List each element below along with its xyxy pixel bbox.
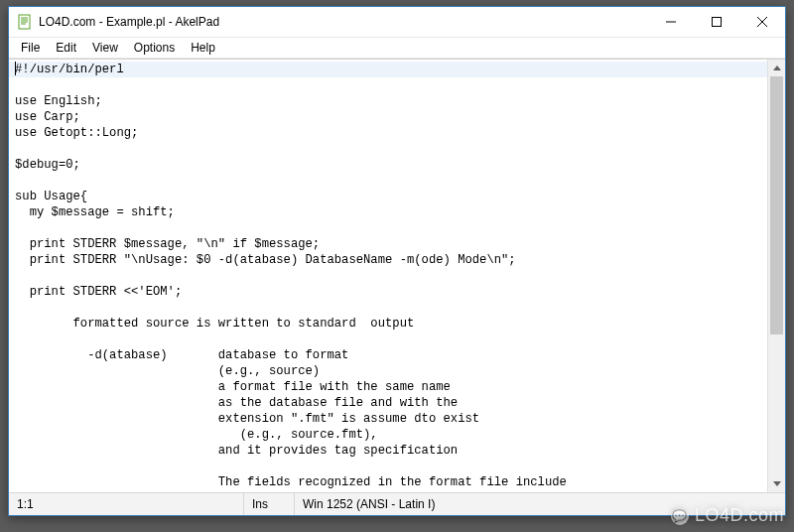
editor-content: #!/usr/bin/perl use English; use Carp; u… (9, 60, 767, 492)
title-bar: LO4D.com - Example.pl - AkelPad (9, 7, 785, 38)
minimize-button[interactable] (648, 7, 694, 37)
scroll-up-button[interactable] (768, 60, 785, 76)
app-window: LO4D.com - Example.pl - AkelPad File Edi… (8, 6, 786, 516)
close-icon (757, 17, 767, 27)
menu-edit[interactable]: Edit (48, 39, 84, 57)
window-title: LO4D.com - Example.pl - AkelPad (39, 15, 648, 29)
editor-area: #!/usr/bin/perl use English; use Carp; u… (9, 59, 785, 492)
scrollbar-track[interactable] (768, 76, 785, 475)
svg-marker-10 (773, 481, 781, 486)
menu-file[interactable]: File (13, 39, 48, 57)
menu-view[interactable]: View (84, 39, 126, 57)
minimize-icon (666, 17, 676, 27)
scrollbar-thumb[interactable] (770, 76, 783, 334)
vertical-scrollbar[interactable] (767, 60, 785, 492)
window-controls (648, 7, 785, 37)
close-button[interactable] (739, 7, 785, 37)
speech-bubble-icon: 💬 (671, 507, 689, 525)
svg-rect-6 (713, 18, 722, 27)
menu-bar: File Edit View Options Help (9, 38, 785, 59)
svg-marker-9 (773, 66, 781, 70)
menu-options[interactable]: Options (126, 39, 183, 57)
text-editor[interactable]: #!/usr/bin/perl use English; use Carp; u… (9, 60, 767, 492)
text-caret (15, 62, 16, 75)
insert-mode: Ins (244, 493, 295, 515)
scroll-down-button[interactable] (768, 475, 785, 492)
watermark: 💬 LO4D.com (671, 505, 784, 526)
menu-help[interactable]: Help (183, 39, 223, 57)
status-bar: 1:1 Ins Win 1252 (ANSI - Latin I) (9, 492, 785, 515)
cursor-position: 1:1 (9, 493, 244, 515)
app-icon (17, 14, 33, 30)
chevron-down-icon (773, 481, 781, 486)
maximize-button[interactable] (694, 7, 739, 37)
watermark-text: LO4D.com (695, 505, 784, 526)
maximize-icon (712, 17, 722, 27)
chevron-up-icon (773, 66, 781, 70)
